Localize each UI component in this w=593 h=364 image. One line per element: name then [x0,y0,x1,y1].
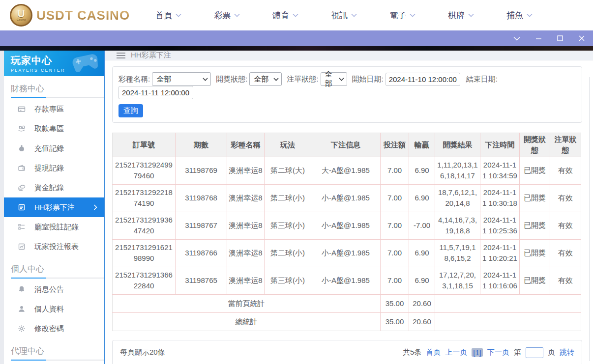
sidebar-item-withdraw[interactable]: 取款專區 [4,119,104,139]
nav-item-fishing[interactable]: 捕魚 [506,10,533,21]
end-date-label: 結束日期: [466,75,498,84]
sidebar-item-recharge-record[interactable]: 充值記錄 [4,139,104,158]
chevron-down-icon [234,13,240,17]
chevron-down-icon [339,78,344,81]
sidebar-item-withdrawal-record[interactable]: 提現記錄 [4,158,104,178]
lottery-name-select[interactable]: 全部 [152,72,211,86]
page-jump-input[interactable] [526,347,543,358]
hamburger-menu-icon[interactable] [117,53,125,58]
nav-item-live[interactable]: 視訊 [331,10,357,21]
jump-suffix-label: 页 [548,348,555,357]
current-page-indicator: [1] [472,348,483,357]
section-divider [11,360,104,361]
nav-item-sports[interactable]: 體育 [272,10,298,21]
window-close-icon[interactable] [577,34,586,43]
table-row: 2152173129221874190 31198768 澳洲幸运8 第二球(小… [113,184,581,212]
cell-order-status: 有效 [550,157,581,184]
menu-label: HH彩票下注 [34,203,75,212]
cell-order-no: 2152173129249979460 [113,157,176,184]
sidebar-item-announcements[interactable]: 消息公告 [4,280,104,299]
window-titlebar [0,30,593,46]
sidebar-item-profile[interactable]: 個人資料 [4,299,104,319]
window-maximize-icon[interactable] [556,34,564,43]
cell-order-no: 2152173129193647420 [113,212,176,239]
col-bet-time: 下注時間 [480,133,520,157]
prev-page-link[interactable]: 上一页 [445,348,467,357]
window-menu-chevron-icon[interactable] [512,34,521,43]
sidebar-item-deposit[interactable]: 存款專區 [4,99,104,119]
cell-issue: 31198766 [176,239,227,267]
sidebar-item-hh-lottery-bets[interactable]: HH彩票下注 [4,197,104,217]
nav-label: 捕魚 [506,10,523,21]
cell-draw-result: 17,12,7,20,3,1,18,15 [435,267,480,294]
coins-icon [18,184,26,192]
nav-item-lottery[interactable]: 彩票 [214,10,240,21]
start-date-input[interactable] [385,73,460,86]
sidebar-item-player-bet-report[interactable]: 玩家投注報表 [4,237,104,256]
cell-play: 第三球(小) [265,212,311,239]
cell-draw-status: 已開獎 [520,212,550,239]
decor-strip [0,46,593,51]
order-status-select[interactable]: 全部 [321,72,347,86]
menu-label: 取款專區 [34,124,64,134]
breadcrumb: HH彩票下注 [105,51,593,60]
nav-label: 首頁 [155,10,172,21]
select-value: 全部 [156,75,171,84]
sidebar-item-funds-record[interactable]: 資金記錄 [4,178,104,197]
logo-monogram: U [17,9,25,18]
cell-bet-amount: 7.00 [381,184,409,212]
sidebar-item-change-password[interactable]: 修改密碼 [4,319,104,338]
finance-menu: 存款專區 取款專區 充值記錄 提現記錄 資金記錄 HH彩票下注 [4,99,104,256]
chevron-down-icon [176,13,181,17]
cell-bet-time: 2024-11-11 10:30:18 [480,184,520,212]
cell-bet-time: 2024-11-11 10:16:06 [480,267,520,294]
nav-item-slots[interactable]: 電子 [389,10,415,21]
jump-button[interactable]: 跳转 [560,348,574,357]
cell-draw-result: 1,11,20,13,16,18,14,17 [435,157,480,184]
draw-status-select[interactable]: 全部 [249,72,282,86]
chevron-down-icon [410,13,415,17]
menu-label: 修改密碼 [34,324,64,334]
sidebar-item-hall-bet-record[interactable]: 廳室投註記錄 [4,217,104,237]
jump-prefix-label: 第 [514,348,521,357]
next-page-link[interactable]: 下一页 [487,348,509,357]
chevron-down-icon [203,78,208,81]
cell-play: 第三球(小) [265,267,311,294]
nav-item-home[interactable]: 首頁 [155,10,181,21]
cell-lottery-name: 澳洲幸运8 [227,157,265,184]
window-minimize-icon[interactable] [534,34,543,43]
query-button[interactable]: 查詢 [119,104,143,117]
col-bet-amount: 投注額 [381,133,409,157]
money-bag-icon [18,144,26,152]
first-page-link[interactable]: 首页 [426,348,441,357]
cell-order-no: 2152173129162198990 [113,239,176,267]
table-row: 2152173129136622840 31198765 澳洲幸运8 第三球(小… [113,267,581,294]
cell-issue: 31198769 [176,157,227,184]
nav-item-cards[interactable]: 棋牌 [448,10,474,21]
cell-draw-result: 18,7,6,12,1,20,14,8 [435,184,480,212]
section-title-personal: 個人中心 [4,256,104,278]
wallet-icon [18,164,26,172]
table-row: 2152173129193647420 31198767 澳洲幸运8 第三球(小… [113,212,581,239]
cell-win-loss: 6.90 [409,184,435,212]
cell-bet-info: 小-A盤@1.985 [311,267,381,294]
cell-order-status: 有效 [550,184,581,212]
chevron-down-icon [527,13,533,17]
select-value: 全部 [254,75,268,84]
chevron-down-icon [468,13,474,17]
cell-lottery-name: 澳洲幸运8 [227,267,265,294]
sidebar-hero: 玩家中心 PLAYERS CENTER [4,51,104,76]
page-summary-row: 當前頁統計 35.00 20.60 [113,294,581,312]
end-date-input[interactable] [119,86,193,99]
brand-header: U Casino USDT CASINO 首頁 彩票 體育 視訊 電子 棋牌 [0,0,593,30]
page-title: HH彩票下注 [131,51,171,60]
col-order-status: 注單狀態 [550,133,581,157]
brand-logo: U Casino USDT CASINO [10,4,130,27]
pagination-bar: 每頁顯示20條 共5条 首页 上一页 [1] 下一页 第 页 跳转 [112,340,582,364]
cell-draw-status: 已開獎 [520,267,550,294]
cell-play: 第二球(小) [265,239,311,267]
col-lottery-name: 彩種名稱 [227,133,265,157]
total-summary-row: 總統計 35.00 20.60 [113,312,581,331]
cell-win-loss: 6.90 [409,157,435,184]
cell-bet-info: 小-A盤@1.985 [311,212,381,239]
